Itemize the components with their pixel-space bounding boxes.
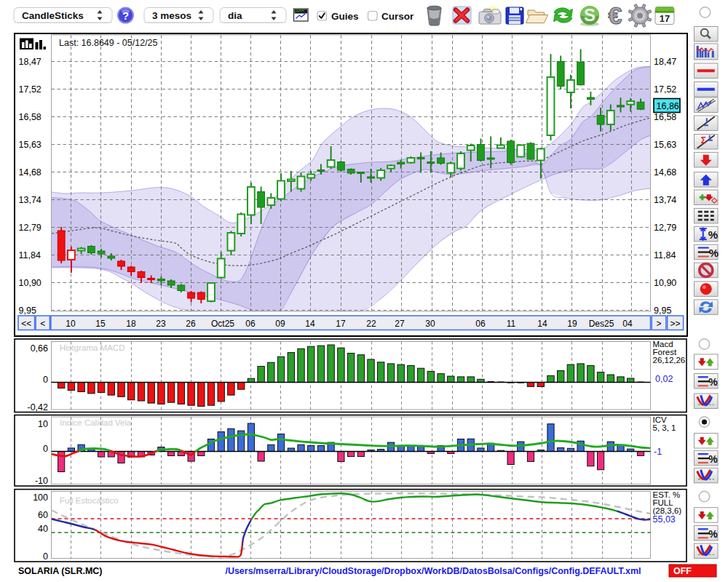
svg-text:15,63: 15,63 (654, 140, 676, 150)
svg-text:Σ: Σ (701, 135, 706, 146)
svg-text:-1: -1 (654, 447, 662, 457)
svg-text:Cursor: Cursor (381, 11, 414, 22)
svg-text:17,52: 17,52 (654, 84, 676, 95)
svg-text:26: 26 (186, 319, 196, 329)
svg-text:100: 100 (33, 493, 48, 503)
svg-text:40: 40 (38, 524, 48, 534)
svg-text:18: 18 (126, 319, 136, 329)
svg-text:16,58: 16,58 (19, 112, 41, 122)
svg-text:Full Estocástico: Full Estocástico (60, 496, 119, 505)
svg-text:%: % (708, 528, 718, 540)
svg-text:13,74: 13,74 (654, 195, 676, 205)
svg-text:06: 06 (475, 319, 486, 329)
svg-text:19: 19 (567, 319, 577, 329)
svg-text:17: 17 (660, 13, 670, 24)
svg-text:%: % (709, 247, 719, 259)
svg-text:10: 10 (66, 319, 76, 329)
svg-text:09: 09 (275, 319, 285, 329)
svg-text:11,84: 11,84 (19, 250, 41, 260)
svg-text:9,95: 9,95 (19, 306, 36, 316)
svg-text:60: 60 (38, 510, 48, 520)
svg-text:-10: -10 (35, 476, 48, 486)
svg-text:16,58: 16,58 (654, 112, 676, 122)
svg-text:06: 06 (245, 319, 256, 329)
svg-text:>>: >> (670, 319, 681, 329)
svg-text:5, 3, 1: 5, 3, 1 (653, 423, 676, 432)
svg-text:Last: 16.8649 - 05/12/25: Last: 16.8649 - 05/12/25 (59, 38, 158, 48)
svg-text:S: S (584, 5, 596, 25)
svg-text:17: 17 (336, 319, 346, 329)
svg-text:3 mesos: 3 mesos (152, 10, 191, 21)
svg-text:10,90: 10,90 (19, 278, 41, 288)
svg-text:12,79: 12,79 (654, 223, 676, 233)
svg-text:04: 04 (622, 319, 633, 329)
svg-text:-0,42: -0,42 (28, 402, 49, 412)
svg-text:14,68: 14,68 (19, 167, 41, 178)
svg-text:?: ? (122, 9, 129, 22)
svg-text:0,66: 0,66 (31, 343, 48, 354)
svg-text:55,03: 55,03 (653, 514, 676, 525)
svg-text:%: % (708, 376, 718, 388)
svg-text:15,63: 15,63 (19, 140, 41, 150)
svg-text:0,02: 0,02 (655, 374, 673, 384)
svg-text:<<: << (21, 319, 31, 329)
svg-text:26,12,26: 26,12,26 (653, 356, 686, 364)
svg-text:OFF: OFF (673, 566, 692, 576)
svg-text:27: 27 (395, 319, 405, 329)
svg-text:11: 11 (507, 319, 516, 329)
svg-text:/Users/mserra/Library/CloudSto: /Users/mserra/Library/CloudStorage/Dropb… (225, 566, 641, 576)
svg-text:18,47: 18,47 (654, 57, 676, 67)
svg-text:dia: dia (228, 10, 242, 21)
svg-text:Oct25: Oct25 (211, 319, 234, 329)
svg-text:11,84: 11,84 (654, 250, 676, 260)
svg-text:12,79: 12,79 (19, 223, 41, 233)
svg-text:22: 22 (366, 319, 376, 329)
svg-text:0: 0 (43, 444, 48, 454)
svg-text:30: 30 (425, 319, 435, 329)
svg-text:18,47: 18,47 (19, 57, 41, 67)
svg-text:0: 0 (43, 551, 48, 562)
svg-text:14: 14 (537, 319, 547, 329)
svg-text:10,90: 10,90 (654, 278, 676, 288)
svg-text:Histgrama MACD: Histgrama MACD (60, 343, 124, 352)
svg-text:€: € (609, 1, 622, 29)
svg-text:14: 14 (305, 319, 315, 329)
svg-text:15: 15 (95, 319, 106, 329)
svg-text:14,68: 14,68 (654, 167, 676, 178)
svg-text:13,74: 13,74 (19, 195, 41, 205)
svg-text:CandleSticks: CandleSticks (22, 10, 84, 21)
svg-text:Guies: Guies (331, 11, 359, 22)
svg-text:SOLARIA (SLR.MC): SOLARIA (SLR.MC) (18, 566, 103, 576)
svg-text:17,52: 17,52 (19, 84, 41, 95)
svg-text:Des25: Des25 (589, 319, 614, 329)
svg-text:Indice Calidad Vela: Indice Calidad Vela (60, 418, 132, 427)
svg-text:%: % (708, 453, 718, 465)
svg-text:0: 0 (43, 375, 48, 385)
svg-text:9,95: 9,95 (654, 306, 671, 316)
svg-text:23: 23 (156, 319, 166, 329)
svg-text:>: > (656, 319, 661, 329)
svg-text:<: < (40, 319, 45, 329)
svg-text:10: 10 (38, 419, 48, 429)
svg-text:%: % (708, 228, 718, 241)
svg-text:16,86: 16,86 (657, 101, 679, 111)
